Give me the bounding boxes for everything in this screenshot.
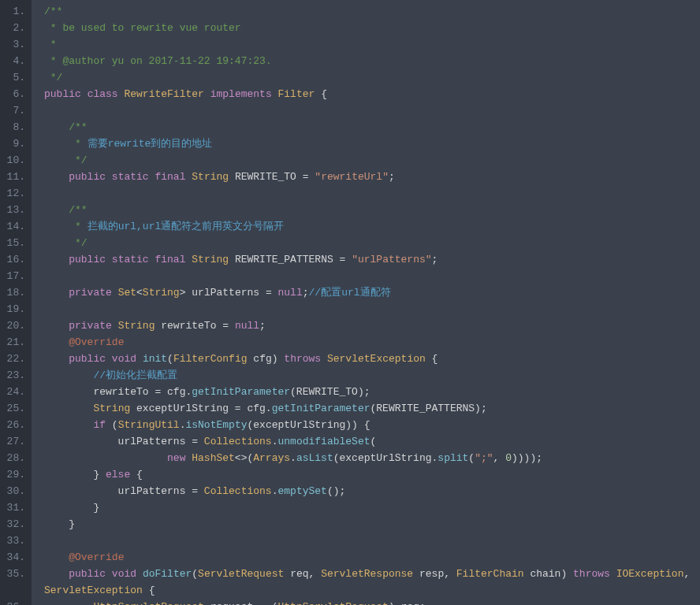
line-number: 36. xyxy=(3,599,25,605)
line-number: 26. xyxy=(3,417,25,433)
code-token: public xyxy=(69,171,106,183)
code-token: "urlPatterns" xyxy=(352,254,431,265)
code-token: ; xyxy=(389,171,395,183)
line-number: 24. xyxy=(3,384,25,400)
line-number: 25. xyxy=(3,400,25,417)
code-area[interactable]: /** * be used to rewrite vue router * * … xyxy=(32,0,700,605)
code-token: Set xyxy=(118,287,136,299)
code-token: REWRITE_TO = xyxy=(229,171,315,183)
code-token: 拦截的url,url通配符之前用英文分号隔开 xyxy=(88,221,285,232)
code-line: } xyxy=(44,516,700,533)
code-token xyxy=(112,320,118,332)
code-token: IOException xyxy=(616,568,684,580)
code-token: 需要rewrite到的目的地址 xyxy=(88,138,213,150)
code-token: { xyxy=(130,469,143,481)
code-token: req, xyxy=(284,568,321,580)
code-token: null xyxy=(235,320,259,332)
code-token: (exceptUrlString)) { xyxy=(247,419,370,431)
code-token: RewriteFilter xyxy=(124,88,203,100)
code-token: ( xyxy=(192,568,198,580)
code-token xyxy=(204,88,210,100)
code-token xyxy=(44,568,69,580)
code-token: */ xyxy=(69,154,87,166)
code-token: (REWRITE_PATTERNS); xyxy=(370,403,487,414)
code-line: * 拦截的url,url通配符之前用英文分号隔开 xyxy=(44,218,700,235)
line-number: 19. xyxy=(3,301,25,317)
code-token: "rewriteUrl" xyxy=(315,171,389,183)
code-token xyxy=(136,568,143,580)
line-number: 34. xyxy=(3,549,25,566)
code-token xyxy=(610,568,616,580)
code-token: , xyxy=(683,568,696,580)
code-line: //初始化拦截配置 xyxy=(44,367,700,384)
line-number: 30. xyxy=(3,483,25,499)
code-token: //初始化拦截配置 xyxy=(93,369,177,381)
code-token: Filter xyxy=(278,88,315,100)
line-number: 1. xyxy=(3,3,25,20)
code-line: /** xyxy=(44,3,700,20)
code-token xyxy=(106,568,112,580)
line-number: 17. xyxy=(3,268,25,284)
code-token: unmodifiableSet xyxy=(277,436,370,447)
code-line: } else { xyxy=(44,466,700,483)
code-line: public void doFilter(ServletRequest req,… xyxy=(44,566,700,599)
code-line: urlPatterns = Collections.unmodifiableSe… xyxy=(44,433,700,450)
line-number: 11. xyxy=(3,169,25,185)
code-token: * xyxy=(69,221,87,232)
code-token: ServletRequest xyxy=(198,568,284,580)
code-token: public xyxy=(69,353,106,365)
code-line: urlPatterns = Collections.emptySet(); xyxy=(44,483,700,499)
code-token: (REWRITE_TO); xyxy=(290,386,370,398)
code-token xyxy=(44,419,93,431)
code-token: ; xyxy=(259,320,266,332)
code-token xyxy=(272,88,278,100)
line-number: 23. xyxy=(3,367,25,384)
code-line xyxy=(44,533,700,549)
code-line: /** xyxy=(44,202,700,218)
code-token xyxy=(106,353,112,365)
code-token xyxy=(321,353,327,365)
code-token: ) req; xyxy=(389,601,426,605)
code-token: private xyxy=(69,320,112,332)
code-token: * be used to rewrite vue router xyxy=(44,22,241,34)
line-number: 27. xyxy=(3,433,25,450)
code-token: emptySet xyxy=(277,485,326,497)
code-token: } xyxy=(44,502,99,514)
code-line xyxy=(44,102,700,119)
code-token: ServletException xyxy=(327,353,426,365)
code-token: private xyxy=(69,287,112,299)
code-token: ; xyxy=(303,287,309,299)
line-number: 6. xyxy=(3,86,25,102)
code-token xyxy=(44,551,69,563)
code-token: getInitParameter xyxy=(192,386,290,398)
code-token: /** xyxy=(44,6,62,17)
code-line: public static final String REWRITE_TO = … xyxy=(44,169,700,185)
code-editor: 1.2.3.4.5.6.7.8.9.10.11.12.13.14.15.16.1… xyxy=(0,0,700,605)
code-token: String xyxy=(192,254,229,265)
code-line: /** xyxy=(44,119,700,135)
code-token: (); xyxy=(327,485,345,497)
line-number: 15. xyxy=(3,235,25,251)
code-token: ServletException xyxy=(44,585,143,596)
code-token: ( xyxy=(468,452,475,464)
code-token: * @author yu on 2017-11-22 19:47:23. xyxy=(44,55,272,67)
code-token xyxy=(44,336,69,348)
code-token: init xyxy=(143,353,167,365)
code-line: String exceptUrlString = cfg.getInitPara… xyxy=(44,400,700,417)
code-token xyxy=(106,171,112,183)
code-line: * xyxy=(44,36,700,53)
code-token xyxy=(136,353,143,365)
code-token: StringUtil xyxy=(118,419,180,431)
code-token: ; xyxy=(432,254,438,265)
code-token: public xyxy=(69,254,106,265)
line-number: 14. xyxy=(3,218,25,235)
line-number: 4. xyxy=(3,53,25,69)
code-token: ";" xyxy=(475,452,493,464)
line-number: 9. xyxy=(3,135,25,152)
code-token xyxy=(44,452,167,464)
code-token xyxy=(44,154,69,166)
code-token: <>( xyxy=(235,452,253,464)
line-number: 3. xyxy=(3,36,25,53)
code-token: * xyxy=(44,39,57,50)
code-token: /** xyxy=(69,121,87,133)
